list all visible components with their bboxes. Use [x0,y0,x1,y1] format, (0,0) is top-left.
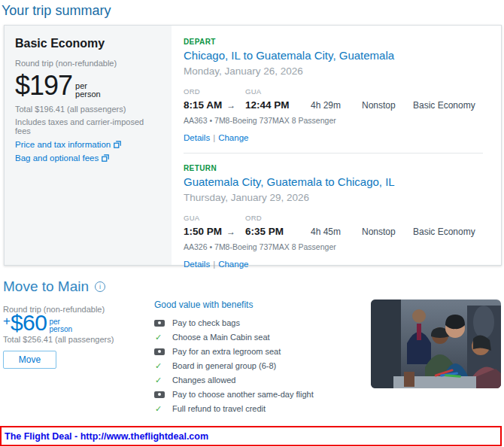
check-icon [154,376,165,384]
arrive-time: 6:35 PM [245,226,311,237]
benefit-label: Full refund to travel credit [172,404,266,413]
total-price-label: Total $196.41 (all passengers) [15,105,161,114]
benefit-item: Pay to choose another same-day flight [154,390,314,398]
benefits-title: Good value with benefits [154,300,314,310]
flight-deal-link[interactable]: The Flight Deal - http://www.theflightde… [5,431,208,442]
origin-airport-code: GUA [184,214,245,222]
benefit-item: Pay for an extra legroom seat [154,347,314,355]
details-link[interactable]: Details [184,260,210,269]
segment-fare: Basic Economy [413,100,490,111]
fare-name: Basic Economy [15,37,161,50]
per-person-label: per person [75,72,101,99]
link-separator: | [213,260,215,269]
segment-duration: 4h 45m [311,227,362,237]
details-link[interactable]: Details [184,133,210,142]
destination-airport-code: GUA [245,87,311,96]
origin-airport-code: ORD [184,87,245,96]
benefit-label: Board in general group (6-8) [172,361,276,370]
change-link[interactable]: Change [218,260,248,269]
change-link[interactable]: Change [218,133,248,142]
bag-optional-fees-link[interactable]: Bag and optional fees [15,154,161,163]
segment-stops: Nonstop [362,227,413,237]
depart-time: 8:15 AM [184,99,222,111]
segment-route: Guatemala City, Guatemala to Chicago, IL [184,175,490,188]
segment-divider [184,153,483,154]
benefit-item: Full refund to travel credit [154,404,314,412]
segment-fare: Basic Economy [413,227,490,237]
page-title: Your trip summary [2,3,111,19]
segment-direction-label: DEPART [184,38,490,46]
depart-time: 1:50 PM [184,226,222,237]
cabin-photo [371,300,501,388]
external-link-icon [102,154,109,162]
arrow-right-icon: → [226,100,235,111]
segment-stops: Nonstop [362,100,413,111]
flight-number-aircraft: AA363 • 7M8-Boeing 737MAX 8 Passenger [184,116,490,125]
check-icon [154,333,165,341]
benefit-label: Pay for an extra legroom seat [172,347,281,356]
flight-deal-banner: The Flight Deal - http://www.theflightde… [0,426,502,446]
return-segment: RETURN Guatemala City, Guatemala to Chic… [184,164,490,269]
benefit-item: Pay to check bags [154,318,314,327]
trip-summary-card: Basic Economy Round trip (non-refundable… [4,25,502,266]
benefits-list: Good value with benefits Pay to check ba… [154,300,314,418]
arrow-right-icon: → [226,227,235,237]
arrive-time: 12:44 PM [245,99,311,111]
upsell-title: Move to Main [3,278,89,295]
per-person-label: per person [50,311,73,335]
price-amount: $197 [15,72,72,99]
move-to-main-section: Move to Main i Round trip (non-refundabl… [3,272,502,421]
external-link-icon [114,141,121,148]
fare-summary-panel: Basic Economy Round trip (non-refundable… [5,26,172,265]
benefit-label: Pay to choose another same-day flight [172,390,314,399]
taxes-note: Includes taxes and carrier-imposed fees [15,117,161,135]
bag-fees-label: Bag and optional fees [15,154,99,163]
benefit-item: Choose a Main Cabin seat [154,333,314,341]
info-icon[interactable]: i [95,281,105,292]
plus-sign: + [3,311,11,335]
price-per-person: $197 per person [15,72,161,99]
benefit-label: Choose a Main Cabin seat [172,333,270,342]
price-tax-info-link[interactable]: Price and tax information [15,140,161,149]
pay-icon [154,391,165,398]
price-tax-info-label: Price and tax information [15,140,111,149]
pay-icon [154,320,165,327]
benefit-item: Board in general group (6-8) [154,361,314,369]
benefit-label: Pay to check bags [172,318,240,327]
upgrade-price: + $60 per person [3,311,72,335]
flight-number-aircraft: AA326 • 7M8-Boeing 737MAX 8 Passenger [184,242,490,251]
segment-duration: 4h 29m [311,100,362,111]
benefit-item: Changes allowed [154,376,314,384]
segment-date: Thursday, January 29, 2026 [184,192,490,203]
person-word: person [50,325,73,333]
total-price-label: Total $256.41 (all passengers) [3,335,114,344]
check-icon [154,405,165,412]
price-amount: $60 [11,311,47,335]
flights-panel: DEPART Chicago, IL to Guatemala City, Gu… [172,26,501,265]
move-button[interactable]: Move [3,351,56,369]
segment-route: Chicago, IL to Guatemala City, Guatemala [184,49,490,62]
benefit-label: Changes allowed [172,376,235,385]
link-separator: | [213,133,215,142]
depart-segment: DEPART Chicago, IL to Guatemala City, Gu… [184,38,490,142]
pay-icon [154,348,165,355]
segment-date: Monday, January 26, 2026 [184,65,490,77]
segment-direction-label: RETURN [184,164,490,172]
trip-type-label: Round trip (non-refundable) [15,59,161,68]
check-icon [154,362,165,369]
person-word: person [75,90,101,99]
destination-airport-code: ORD [245,214,311,222]
